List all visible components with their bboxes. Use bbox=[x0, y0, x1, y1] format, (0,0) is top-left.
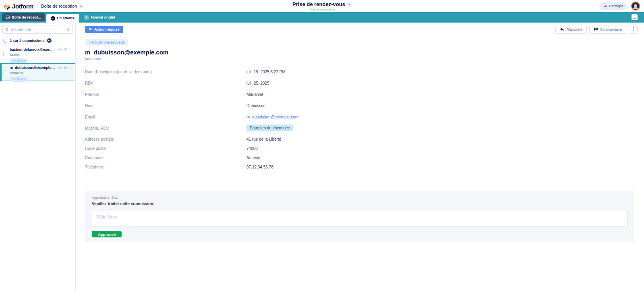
field-row: Motif du RDV Entretien de cheminée bbox=[85, 126, 634, 131]
submission-date: juil. 19 bbox=[58, 66, 67, 69]
submission-email: m_dubuisson@exemple.com bbox=[10, 66, 55, 70]
user-avatar[interactable] bbox=[631, 2, 640, 10]
approval-step-label: Approbation Step bbox=[92, 195, 627, 200]
field-row: Email m_dubuisson@exemple.com bbox=[85, 115, 634, 119]
reply-button[interactable]: Répondre bbox=[555, 25, 587, 34]
tab-bar: Boîte de récept... En attente + Nouvel o… bbox=[0, 12, 644, 23]
header-divider bbox=[37, 3, 37, 9]
approval-comment-textarea[interactable] bbox=[92, 211, 627, 227]
jotform-logo[interactable]: Jotform bbox=[3, 3, 33, 10]
search-input[interactable] bbox=[9, 27, 63, 32]
field-row: Téléphone 07.12.34.56.78 bbox=[85, 165, 634, 169]
field-value: 41 rue de la Liberté bbox=[246, 137, 281, 141]
list-view-button[interactable] bbox=[632, 14, 638, 20]
field-label: Code postal bbox=[85, 146, 246, 151]
comment-button[interactable]: Commentaire bbox=[589, 25, 626, 34]
submission-list-item[interactable]: bastien-delacroix@exemple.com juil. 19 ☆… bbox=[0, 45, 75, 63]
field-row: Nom Dubuisson bbox=[85, 104, 634, 108]
select-all-checkbox[interactable] bbox=[3, 39, 7, 43]
field-row: RDV juil. 25, 2025 bbox=[85, 81, 634, 85]
tab-pending[interactable]: En attente bbox=[46, 14, 79, 23]
field-label: Prénom bbox=[85, 92, 246, 97]
tab-new[interactable]: + Nouvel onglet bbox=[81, 15, 118, 20]
submission-checkbox[interactable] bbox=[3, 52, 7, 56]
more-options-button[interactable]: ⋮ bbox=[629, 25, 638, 34]
field-label: Commune bbox=[85, 156, 246, 160]
comment-icon bbox=[594, 27, 598, 31]
filter-button[interactable] bbox=[63, 25, 72, 33]
field-value-chip: Entretien de cheminée bbox=[246, 125, 293, 131]
approve-button[interactable]: Approuvé bbox=[92, 231, 122, 237]
form-title: Prise de rendez-vous bbox=[292, 1, 345, 7]
add-tag-button[interactable]: + Ajouter une étiquette bbox=[85, 39, 128, 46]
search-box bbox=[2, 25, 73, 34]
field-row: Commune Annecy bbox=[85, 156, 634, 160]
search-icon bbox=[5, 28, 9, 31]
chevron-down-icon bbox=[347, 2, 352, 6]
field-row: Adresse postale 41 rue de la Liberté bbox=[85, 137, 634, 141]
submission-detail-body: + Ajouter une étiquette m_dubuisson@exem… bbox=[76, 36, 644, 291]
content-area: 2 sur 2 soumissions bastien-delacroix@ex… bbox=[0, 23, 644, 291]
field-label: Téléphone bbox=[85, 165, 246, 169]
field-label: Motif du RDV bbox=[85, 126, 246, 131]
submission-date: juil. 19 bbox=[58, 48, 67, 51]
field-label: Email bbox=[85, 115, 246, 119]
action-required-label: Action requise bbox=[94, 27, 120, 31]
submission-name: Bastien bbox=[10, 53, 72, 56]
field-label: Date d'inscription (ou de la demande) bbox=[85, 70, 246, 74]
plus-icon: + bbox=[84, 15, 89, 20]
field-value: Marianne bbox=[246, 92, 263, 97]
submissions-count: 2 sur 2 soumissions bbox=[10, 39, 45, 43]
logo-text: Jotform bbox=[12, 3, 33, 10]
email-link[interactable]: m_dubuisson@exemple.com bbox=[246, 115, 298, 119]
approval-instruction: Veuillez traiter cette soumission. bbox=[92, 202, 627, 206]
field-value: Annecy bbox=[246, 156, 260, 160]
funnel-icon bbox=[66, 27, 70, 31]
form-title-menu[interactable]: Prise de rendez-vous bbox=[292, 1, 352, 7]
field-row: Date d'inscription (ou de la demande) ju… bbox=[85, 70, 634, 74]
submission-subtitle: Marianne bbox=[85, 56, 644, 61]
jotform-inbox-app: Jotform Boîte de réception Prise de rend… bbox=[0, 0, 644, 291]
reply-label: Répondre bbox=[566, 27, 582, 31]
inbox-icon bbox=[6, 15, 10, 19]
section-divider bbox=[76, 180, 644, 180]
submission-email: bastien-delacroix@exemple.com bbox=[10, 48, 55, 52]
approval-card: Approbation Step Veuillez traiter cette … bbox=[85, 191, 634, 242]
field-value: juil. 25, 2025 bbox=[246, 81, 269, 85]
app-header: Jotform Boîte de réception Prise de rend… bbox=[0, 0, 644, 12]
star-button[interactable]: ☆ bbox=[68, 48, 72, 51]
bell-icon bbox=[89, 27, 92, 31]
field-label: RDV bbox=[85, 81, 246, 85]
submission-detail-panel: Action requise Répondre bbox=[76, 23, 644, 291]
action-required-button[interactable]: Action requise bbox=[85, 26, 123, 33]
pending-status-icon bbox=[51, 16, 55, 21]
field-label: Adresse postale bbox=[85, 137, 246, 141]
status-badge: En Cours bbox=[10, 77, 28, 82]
kebab-icon: ⋮ bbox=[631, 27, 636, 31]
field-row: Prénom Marianne bbox=[85, 92, 634, 97]
field-value: 07.12.34.56.78 bbox=[246, 165, 273, 169]
tab-inbox-label: Boîte de récept... bbox=[12, 15, 41, 19]
tab-new-label: Nouvel onglet bbox=[91, 15, 115, 19]
count-dropdown-button[interactable] bbox=[47, 38, 52, 43]
form-header: Prise de rendez-vous Voir ce formulaire bbox=[292, 1, 352, 11]
header-actions: Partager bbox=[599, 2, 640, 10]
comment-label: Commentaire bbox=[600, 27, 622, 31]
submission-name: Marianne bbox=[10, 71, 72, 75]
submission-checkbox[interactable] bbox=[3, 70, 7, 74]
fields-list: Date d'inscription (ou de la demande) ju… bbox=[85, 70, 634, 169]
workspace-switcher[interactable]: Boîte de réception bbox=[41, 4, 83, 8]
star-button[interactable]: ☆ bbox=[68, 66, 72, 69]
tab-inbox[interactable]: Boîte de récept... bbox=[2, 13, 45, 21]
field-value: 74000 bbox=[246, 146, 258, 151]
tab-pending-label: En attente bbox=[57, 16, 75, 20]
search-row bbox=[0, 23, 75, 36]
view-form-link[interactable]: Voir ce formulaire bbox=[292, 8, 352, 11]
workspace-label: Boîte de réception bbox=[41, 4, 77, 8]
share-button[interactable]: Partager bbox=[599, 2, 627, 10]
field-value: Dubuisson bbox=[246, 104, 265, 108]
field-value: juil. 19, 2025 6:22 PM bbox=[246, 70, 286, 74]
submission-list-item-selected[interactable]: m_dubuisson@exemple.com juil. 19 ☆ Maria… bbox=[0, 63, 75, 81]
hamburger-icon bbox=[633, 16, 636, 17]
field-row: Code postal 74000 bbox=[85, 146, 634, 151]
